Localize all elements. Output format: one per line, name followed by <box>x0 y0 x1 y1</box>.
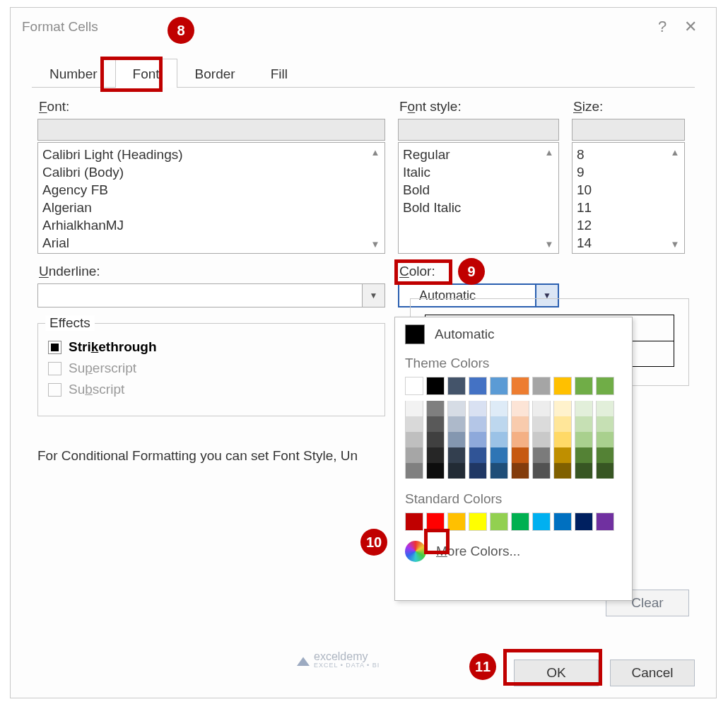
color-swatch[interactable] <box>553 463 572 479</box>
color-swatch[interactable] <box>405 447 423 463</box>
chevron-down-icon[interactable]: ▼ <box>667 236 683 252</box>
chevron-down-icon[interactable]: ▼ <box>541 236 557 252</box>
color-swatch[interactable] <box>532 463 551 479</box>
color-swatch[interactable] <box>511 416 529 432</box>
color-swatch[interactable] <box>490 401 508 416</box>
color-swatch[interactable] <box>426 432 445 447</box>
color-swatch[interactable] <box>575 401 593 416</box>
ok-button[interactable]: OK <box>514 660 599 686</box>
color-swatch[interactable] <box>596 432 614 447</box>
color-swatch[interactable] <box>575 512 593 531</box>
font-style-list[interactable]: Regular Italic Bold Bold Italic ▲ ▼ <box>398 142 559 254</box>
list-item[interactable]: Calibri (Body) <box>42 163 380 181</box>
tab-fill[interactable]: Fill <box>253 59 305 88</box>
color-swatch[interactable] <box>469 377 487 395</box>
size-list[interactable]: 8 9 10 11 12 14 ▲ ▼ <box>572 142 685 254</box>
color-swatch[interactable] <box>426 447 445 463</box>
color-swatch[interactable] <box>426 512 445 531</box>
list-item[interactable]: Agency FB <box>42 181 380 199</box>
color-swatch[interactable] <box>469 447 487 463</box>
color-swatch[interactable] <box>553 432 572 447</box>
tab-border[interactable]: Border <box>177 59 253 88</box>
chevron-down-icon[interactable]: ▼ <box>368 236 383 252</box>
list-item[interactable]: 9 <box>577 163 680 181</box>
color-swatch[interactable] <box>532 416 551 432</box>
color-swatch[interactable] <box>447 416 466 432</box>
color-swatch[interactable] <box>596 416 614 432</box>
color-swatch[interactable] <box>447 463 466 479</box>
color-swatch[interactable] <box>426 416 445 432</box>
color-swatch[interactable] <box>553 377 572 395</box>
color-swatch[interactable] <box>469 432 487 447</box>
help-icon[interactable]: ? <box>648 18 676 36</box>
color-swatch[interactable] <box>596 463 614 479</box>
color-swatch[interactable] <box>447 447 466 463</box>
color-swatch[interactable] <box>596 401 614 416</box>
color-swatch[interactable] <box>490 377 508 395</box>
color-swatch[interactable] <box>575 432 593 447</box>
list-item[interactable]: 12 <box>577 216 680 234</box>
tab-number[interactable]: Number <box>32 59 115 88</box>
color-swatch[interactable] <box>532 401 551 416</box>
color-swatch[interactable] <box>469 416 487 432</box>
list-item[interactable]: 11 <box>577 199 680 216</box>
color-swatch[interactable] <box>469 401 487 416</box>
color-swatch[interactable] <box>405 416 423 432</box>
color-swatch[interactable] <box>575 463 593 479</box>
color-swatch[interactable] <box>511 401 529 416</box>
color-swatch[interactable] <box>511 447 529 463</box>
color-swatch[interactable] <box>426 401 445 416</box>
color-swatch[interactable] <box>405 463 423 479</box>
font-list[interactable]: Calibri Light (Headings) Calibri (Body) … <box>37 142 385 254</box>
list-item[interactable]: 10 <box>577 181 680 199</box>
list-item[interactable]: Italic <box>403 163 554 181</box>
color-swatch[interactable] <box>553 416 572 432</box>
list-item[interactable]: Algerian <box>42 199 380 216</box>
list-item[interactable]: Regular <box>403 146 554 163</box>
color-swatch[interactable] <box>511 463 529 479</box>
color-swatch[interactable] <box>490 416 508 432</box>
underline-dropdown[interactable]: ▼ <box>37 283 385 307</box>
list-item[interactable]: Calibri Light (Headings) <box>42 146 380 163</box>
color-swatch[interactable] <box>469 463 487 479</box>
color-swatch[interactable] <box>405 432 423 447</box>
color-swatch[interactable] <box>596 512 614 531</box>
color-swatch[interactable] <box>490 447 508 463</box>
chevron-up-icon[interactable]: ▲ <box>667 144 683 160</box>
color-swatch[interactable] <box>532 377 551 395</box>
chevron-down-icon[interactable]: ▼ <box>362 284 384 307</box>
automatic-color-row[interactable]: Automatic <box>395 317 632 351</box>
color-swatch[interactable] <box>447 432 466 447</box>
color-swatch[interactable] <box>511 432 529 447</box>
list-item[interactable]: 14 <box>577 234 680 252</box>
font-input[interactable] <box>37 119 385 141</box>
color-swatch[interactable] <box>469 512 487 531</box>
color-swatch[interactable] <box>553 447 572 463</box>
color-swatch[interactable] <box>490 463 508 479</box>
list-item[interactable]: ArhialkhanMJ <box>42 216 380 234</box>
color-swatch[interactable] <box>532 447 551 463</box>
list-item[interactable]: 8 <box>577 146 680 163</box>
more-colors-row[interactable]: More Colors... <box>395 531 632 562</box>
color-swatch[interactable] <box>575 447 593 463</box>
list-item[interactable]: Bold <box>403 181 554 199</box>
color-swatch[interactable] <box>490 432 508 447</box>
color-swatch[interactable] <box>532 432 551 447</box>
chevron-up-icon[interactable]: ▲ <box>541 144 557 160</box>
cancel-button[interactable]: Cancel <box>610 660 695 686</box>
color-swatch[interactable] <box>575 377 593 395</box>
color-swatch[interactable] <box>447 512 466 531</box>
font-style-input[interactable] <box>398 119 559 141</box>
color-swatch[interactable] <box>575 416 593 432</box>
color-swatch[interactable] <box>511 512 529 531</box>
color-swatch[interactable] <box>405 512 423 531</box>
list-item[interactable]: Bold Italic <box>403 199 554 216</box>
color-swatch[interactable] <box>405 401 423 416</box>
color-swatch[interactable] <box>490 512 508 531</box>
color-swatch[interactable] <box>447 377 466 395</box>
color-swatch[interactable] <box>426 463 445 479</box>
color-swatch[interactable] <box>426 377 445 395</box>
size-input[interactable] <box>572 119 685 141</box>
color-swatch[interactable] <box>596 377 614 395</box>
color-swatch[interactable] <box>511 377 529 395</box>
